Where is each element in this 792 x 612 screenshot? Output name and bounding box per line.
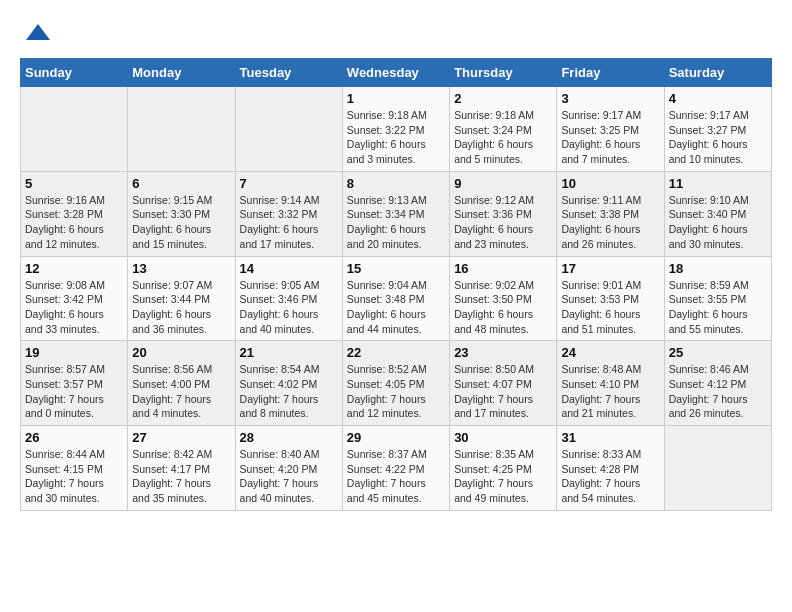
- day-info: Sunrise: 9:16 AM Sunset: 3:28 PM Dayligh…: [25, 193, 123, 252]
- weekday-header-tuesday: Tuesday: [235, 59, 342, 87]
- day-number: 26: [25, 430, 123, 445]
- weekday-header-thursday: Thursday: [450, 59, 557, 87]
- day-info: Sunrise: 9:17 AM Sunset: 3:25 PM Dayligh…: [561, 108, 659, 167]
- day-info: Sunrise: 8:46 AM Sunset: 4:12 PM Dayligh…: [669, 362, 767, 421]
- calendar-cell: 16Sunrise: 9:02 AM Sunset: 3:50 PM Dayli…: [450, 256, 557, 341]
- day-number: 1: [347, 91, 445, 106]
- calendar-cell: 19Sunrise: 8:57 AM Sunset: 3:57 PM Dayli…: [21, 341, 128, 426]
- week-row-4: 26Sunrise: 8:44 AM Sunset: 4:15 PM Dayli…: [21, 426, 772, 511]
- day-number: 14: [240, 261, 338, 276]
- day-info: Sunrise: 8:52 AM Sunset: 4:05 PM Dayligh…: [347, 362, 445, 421]
- day-number: 25: [669, 345, 767, 360]
- day-number: 9: [454, 176, 552, 191]
- calendar-cell: 10Sunrise: 9:11 AM Sunset: 3:38 PM Dayli…: [557, 171, 664, 256]
- day-info: Sunrise: 9:18 AM Sunset: 3:24 PM Dayligh…: [454, 108, 552, 167]
- day-number: 3: [561, 91, 659, 106]
- day-number: 28: [240, 430, 338, 445]
- day-number: 21: [240, 345, 338, 360]
- calendar-cell: 28Sunrise: 8:40 AM Sunset: 4:20 PM Dayli…: [235, 426, 342, 511]
- calendar-cell: 22Sunrise: 8:52 AM Sunset: 4:05 PM Dayli…: [342, 341, 449, 426]
- day-number: 17: [561, 261, 659, 276]
- page-header: [20, 20, 772, 48]
- day-info: Sunrise: 9:02 AM Sunset: 3:50 PM Dayligh…: [454, 278, 552, 337]
- day-info: Sunrise: 9:10 AM Sunset: 3:40 PM Dayligh…: [669, 193, 767, 252]
- calendar-cell: 1Sunrise: 9:18 AM Sunset: 3:22 PM Daylig…: [342, 87, 449, 172]
- day-number: 5: [25, 176, 123, 191]
- day-info: Sunrise: 8:50 AM Sunset: 4:07 PM Dayligh…: [454, 362, 552, 421]
- day-info: Sunrise: 8:57 AM Sunset: 3:57 PM Dayligh…: [25, 362, 123, 421]
- day-info: Sunrise: 8:42 AM Sunset: 4:17 PM Dayligh…: [132, 447, 230, 506]
- calendar-cell: 11Sunrise: 9:10 AM Sunset: 3:40 PM Dayli…: [664, 171, 771, 256]
- calendar-cell: 24Sunrise: 8:48 AM Sunset: 4:10 PM Dayli…: [557, 341, 664, 426]
- calendar-cell: [664, 426, 771, 511]
- day-info: Sunrise: 8:37 AM Sunset: 4:22 PM Dayligh…: [347, 447, 445, 506]
- week-row-2: 12Sunrise: 9:08 AM Sunset: 3:42 PM Dayli…: [21, 256, 772, 341]
- day-info: Sunrise: 8:40 AM Sunset: 4:20 PM Dayligh…: [240, 447, 338, 506]
- day-info: Sunrise: 8:56 AM Sunset: 4:00 PM Dayligh…: [132, 362, 230, 421]
- calendar-cell: [128, 87, 235, 172]
- day-number: 15: [347, 261, 445, 276]
- weekday-header-monday: Monday: [128, 59, 235, 87]
- day-info: Sunrise: 9:15 AM Sunset: 3:30 PM Dayligh…: [132, 193, 230, 252]
- day-number: 16: [454, 261, 552, 276]
- day-number: 12: [25, 261, 123, 276]
- day-number: 11: [669, 176, 767, 191]
- calendar-cell: 30Sunrise: 8:35 AM Sunset: 4:25 PM Dayli…: [450, 426, 557, 511]
- calendar-cell: 17Sunrise: 9:01 AM Sunset: 3:53 PM Dayli…: [557, 256, 664, 341]
- calendar-cell: 7Sunrise: 9:14 AM Sunset: 3:32 PM Daylig…: [235, 171, 342, 256]
- day-info: Sunrise: 9:07 AM Sunset: 3:44 PM Dayligh…: [132, 278, 230, 337]
- day-number: 8: [347, 176, 445, 191]
- day-number: 30: [454, 430, 552, 445]
- calendar-cell: 20Sunrise: 8:56 AM Sunset: 4:00 PM Dayli…: [128, 341, 235, 426]
- calendar-cell: 27Sunrise: 8:42 AM Sunset: 4:17 PM Dayli…: [128, 426, 235, 511]
- day-number: 29: [347, 430, 445, 445]
- week-row-3: 19Sunrise: 8:57 AM Sunset: 3:57 PM Dayli…: [21, 341, 772, 426]
- day-info: Sunrise: 9:14 AM Sunset: 3:32 PM Dayligh…: [240, 193, 338, 252]
- day-info: Sunrise: 9:17 AM Sunset: 3:27 PM Dayligh…: [669, 108, 767, 167]
- calendar-cell: 12Sunrise: 9:08 AM Sunset: 3:42 PM Dayli…: [21, 256, 128, 341]
- day-info: Sunrise: 8:48 AM Sunset: 4:10 PM Dayligh…: [561, 362, 659, 421]
- weekday-header-sunday: Sunday: [21, 59, 128, 87]
- day-info: Sunrise: 8:33 AM Sunset: 4:28 PM Dayligh…: [561, 447, 659, 506]
- calendar-cell: 6Sunrise: 9:15 AM Sunset: 3:30 PM Daylig…: [128, 171, 235, 256]
- day-number: 10: [561, 176, 659, 191]
- day-number: 4: [669, 91, 767, 106]
- calendar-cell: 23Sunrise: 8:50 AM Sunset: 4:07 PM Dayli…: [450, 341, 557, 426]
- calendar-cell: 4Sunrise: 9:17 AM Sunset: 3:27 PM Daylig…: [664, 87, 771, 172]
- day-info: Sunrise: 9:12 AM Sunset: 3:36 PM Dayligh…: [454, 193, 552, 252]
- day-number: 23: [454, 345, 552, 360]
- day-number: 20: [132, 345, 230, 360]
- day-info: Sunrise: 9:08 AM Sunset: 3:42 PM Dayligh…: [25, 278, 123, 337]
- day-info: Sunrise: 9:11 AM Sunset: 3:38 PM Dayligh…: [561, 193, 659, 252]
- calendar-cell: 31Sunrise: 8:33 AM Sunset: 4:28 PM Dayli…: [557, 426, 664, 511]
- calendar-cell: 26Sunrise: 8:44 AM Sunset: 4:15 PM Dayli…: [21, 426, 128, 511]
- svg-marker-0: [26, 24, 50, 40]
- calendar-cell: 29Sunrise: 8:37 AM Sunset: 4:22 PM Dayli…: [342, 426, 449, 511]
- calendar-cell: 25Sunrise: 8:46 AM Sunset: 4:12 PM Dayli…: [664, 341, 771, 426]
- calendar-cell: 5Sunrise: 9:16 AM Sunset: 3:28 PM Daylig…: [21, 171, 128, 256]
- day-info: Sunrise: 9:18 AM Sunset: 3:22 PM Dayligh…: [347, 108, 445, 167]
- day-info: Sunrise: 9:04 AM Sunset: 3:48 PM Dayligh…: [347, 278, 445, 337]
- day-number: 31: [561, 430, 659, 445]
- calendar-table: SundayMondayTuesdayWednesdayThursdayFrid…: [20, 58, 772, 511]
- day-number: 27: [132, 430, 230, 445]
- calendar-cell: 18Sunrise: 8:59 AM Sunset: 3:55 PM Dayli…: [664, 256, 771, 341]
- day-number: 18: [669, 261, 767, 276]
- day-info: Sunrise: 8:59 AM Sunset: 3:55 PM Dayligh…: [669, 278, 767, 337]
- calendar-cell: [21, 87, 128, 172]
- day-info: Sunrise: 9:13 AM Sunset: 3:34 PM Dayligh…: [347, 193, 445, 252]
- day-number: 6: [132, 176, 230, 191]
- day-number: 2: [454, 91, 552, 106]
- week-row-0: 1Sunrise: 9:18 AM Sunset: 3:22 PM Daylig…: [21, 87, 772, 172]
- calendar-cell: 3Sunrise: 9:17 AM Sunset: 3:25 PM Daylig…: [557, 87, 664, 172]
- week-row-1: 5Sunrise: 9:16 AM Sunset: 3:28 PM Daylig…: [21, 171, 772, 256]
- day-number: 7: [240, 176, 338, 191]
- calendar-cell: 15Sunrise: 9:04 AM Sunset: 3:48 PM Dayli…: [342, 256, 449, 341]
- day-number: 19: [25, 345, 123, 360]
- calendar-cell: 14Sunrise: 9:05 AM Sunset: 3:46 PM Dayli…: [235, 256, 342, 341]
- day-number: 13: [132, 261, 230, 276]
- calendar-cell: [235, 87, 342, 172]
- calendar-cell: 9Sunrise: 9:12 AM Sunset: 3:36 PM Daylig…: [450, 171, 557, 256]
- day-info: Sunrise: 9:05 AM Sunset: 3:46 PM Dayligh…: [240, 278, 338, 337]
- weekday-header-friday: Friday: [557, 59, 664, 87]
